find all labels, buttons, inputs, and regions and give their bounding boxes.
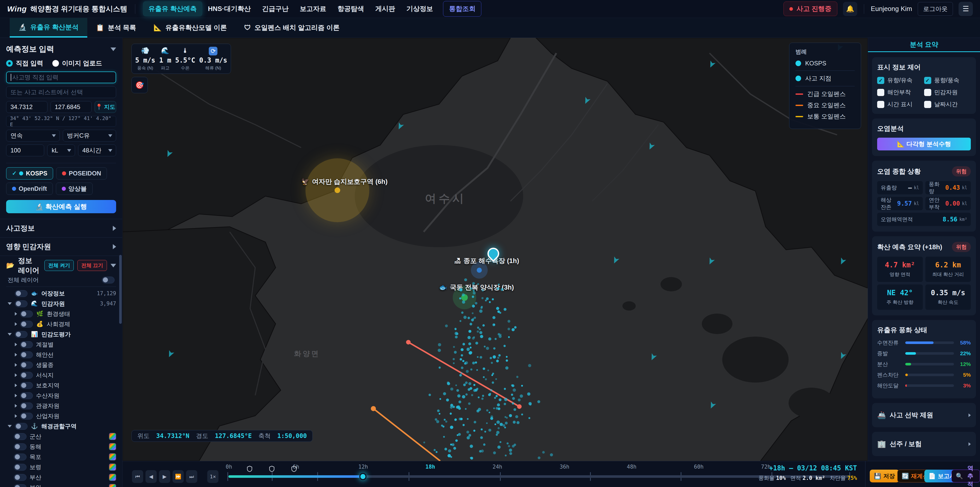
checkbox-time[interactable]: 시간 표시 [877, 101, 924, 108]
checkbox-wind[interactable]: ✓ 풍향/풍속 [924, 77, 971, 84]
layer-toggle[interactable] [14, 484, 27, 487]
layer-toggle[interactable] [20, 413, 33, 420]
all-layers-on-button[interactable]: 전체 켜기 [45, 260, 74, 271]
layer-toggle[interactable] [20, 372, 33, 379]
timeline-slider-handle[interactable] [360, 473, 366, 480]
nav-item-board[interactable]: 게시판 [369, 1, 401, 16]
backtrack-button[interactable]: 🔍역추적 [951, 469, 980, 482]
duration-select[interactable]: 48시간 [78, 145, 116, 156]
layer-toggle[interactable] [15, 300, 27, 307]
chevron-down-icon[interactable] [8, 333, 12, 335]
radio-direct-input[interactable]: 직접 입력 [6, 59, 43, 67]
checkbox-current[interactable]: ✓ 유향/유속 [877, 77, 924, 84]
color-style-swatch[interactable] [109, 453, 116, 460]
chevron-right-icon[interactable] [15, 404, 17, 407]
sensitive-resources-section[interactable]: 영향 민감자원 [0, 237, 122, 255]
layer-toggle[interactable] [20, 341, 33, 348]
logout-button[interactable]: 로그아웃 [918, 2, 953, 16]
model-chip-ensemble[interactable]: 앙상블 [56, 183, 93, 195]
boom-endpoint[interactable] [517, 404, 522, 409]
oil-type-select[interactable]: 벙커C유 [63, 130, 116, 142]
prediction-input-header[interactable]: 예측정보 입력 [6, 44, 116, 54]
chevron-right-icon[interactable] [15, 312, 17, 316]
layer-toggle[interactable] [14, 433, 27, 440]
chevron-right-icon[interactable] [15, 414, 17, 418]
notification-bell-button[interactable]: 🔔 [843, 2, 857, 16]
spill-type-select[interactable]: 연속 [6, 130, 60, 142]
master-layer-toggle[interactable] [102, 276, 115, 283]
layer-toggle[interactable] [20, 321, 33, 327]
model-chip-kosps[interactable]: ✓ KOSPS [6, 167, 53, 179]
incident-name-input[interactable]: 사고명 직접 입력 [6, 72, 116, 83]
playback-speed-button[interactable]: 1× [207, 470, 218, 483]
boom-endpoint[interactable] [406, 340, 410, 345]
checkbox-resources[interactable]: 민감자원 [924, 88, 971, 96]
layer-toggle[interactable] [15, 331, 27, 338]
layer-toggle[interactable] [14, 474, 27, 481]
step-back-button[interactable]: ◀ [145, 470, 157, 483]
color-style-swatch[interactable] [109, 433, 116, 440]
tab-model-theory[interactable]: 📐 유출유확산모델 이론 [145, 18, 235, 38]
pick-on-map-button[interactable]: 📍 지도 [95, 101, 116, 113]
skip-end-button[interactable]: ⏭ [186, 470, 197, 483]
skip-start-button[interactable]: ⏮ [132, 470, 143, 483]
chevron-down-icon[interactable] [8, 302, 12, 305]
nav-item-weather[interactable]: 기상정보 [401, 1, 438, 16]
incident-list-select[interactable]: 또는 사고 리스트에서 선택 [6, 86, 116, 98]
color-style-swatch[interactable] [109, 463, 116, 471]
color-style-swatch[interactable] [109, 443, 116, 450]
play-button[interactable]: ▶ [159, 470, 170, 483]
save-button[interactable]: 💾저장 [870, 469, 899, 482]
color-style-swatch[interactable] [109, 474, 116, 481]
layer-toggle[interactable] [20, 402, 33, 409]
checkbox-datetime[interactable]: 날짜시간 [924, 101, 971, 108]
longitude-input[interactable]: 127.6845 [51, 101, 92, 113]
nav-item-oil-spread[interactable]: 유출유 확산예측 [143, 1, 202, 16]
layer-toggle[interactable] [14, 464, 27, 471]
chevron-right-icon[interactable] [15, 353, 17, 356]
chevron-right-icon[interactable] [15, 363, 17, 367]
latitude-input[interactable]: 34.7312 [6, 101, 48, 113]
nav-item-rescue[interactable]: 긴급구난 [256, 1, 294, 16]
nav-item-aerial[interactable]: 항공탐색 [332, 1, 369, 16]
tab-analysis-list[interactable]: 📋 분석 목록 [87, 18, 145, 38]
layer-toggle[interactable] [20, 351, 33, 358]
target-tool-button[interactable]: 🎯 [131, 77, 148, 93]
map-canvas[interactable]: 🦅 여자만 습지보호구역 (6h) 🏖 종포 해수욕장 (1h) 🐟 국동 전복… [123, 38, 868, 461]
model-chip-poseidon[interactable]: POSEIDON [56, 167, 107, 179]
run-prediction-button[interactable]: 🔬 확산예측 실행 [6, 200, 116, 213]
chevron-right-icon[interactable] [15, 374, 17, 377]
layer-toggle[interactable] [15, 290, 27, 297]
layer-toggle[interactable] [20, 382, 33, 389]
layer-toggle[interactable] [14, 453, 27, 460]
boom-endpoint[interactable] [371, 406, 376, 411]
owner-insurance-card[interactable]: 🏢 선주 / 보험 [872, 432, 976, 456]
checkbox-shore[interactable]: 해안부착 [877, 88, 924, 96]
nav-item-hns[interactable]: HNS·대기확산 [202, 1, 256, 16]
sidebar-scrollbar[interactable] [119, 255, 122, 324]
amount-input[interactable]: 100 [6, 145, 44, 156]
boom-deploy-marker-icon[interactable] [247, 466, 252, 472]
chevron-right-icon[interactable] [15, 322, 17, 326]
nav-item-reports[interactable]: 보고자료 [294, 1, 332, 16]
chevron-down-icon[interactable] [8, 425, 12, 428]
layer-toggle[interactable] [20, 311, 33, 318]
chevron-right-icon[interactable] [15, 343, 17, 346]
hamburger-menu-button[interactable]: ☰ [959, 2, 973, 16]
chevron-right-icon[interactable] [15, 394, 17, 398]
color-style-swatch[interactable] [109, 484, 116, 487]
tab-boom-algorithm[interactable]: 🛡 오일펜스 배치 알고리즘 이론 [235, 18, 348, 38]
layer-toggle[interactable] [15, 423, 27, 430]
all-layers-off-button[interactable]: 전체 끄기 [77, 260, 107, 271]
polygon-analysis-button[interactable]: 📐 다각형 분석수행 [877, 138, 971, 150]
fast-forward-button[interactable]: ⏩ [172, 470, 184, 483]
unit-select[interactable]: kL [47, 145, 75, 156]
layer-toggle[interactable] [14, 443, 27, 450]
layer-toggle[interactable] [20, 362, 33, 369]
radio-image-upload[interactable]: 이미지 업로드 [52, 59, 102, 67]
model-chip-opendrift[interactable]: OpenDrift [6, 183, 53, 195]
boom-deploy-marker-icon[interactable] [291, 466, 297, 472]
nav-item-integrated-search[interactable]: 통합조회 [443, 1, 481, 17]
tab-spread-analysis[interactable]: 🔬 유출유 확산분석 [10, 18, 87, 38]
incident-info-section[interactable]: 사고정보 [0, 219, 122, 237]
